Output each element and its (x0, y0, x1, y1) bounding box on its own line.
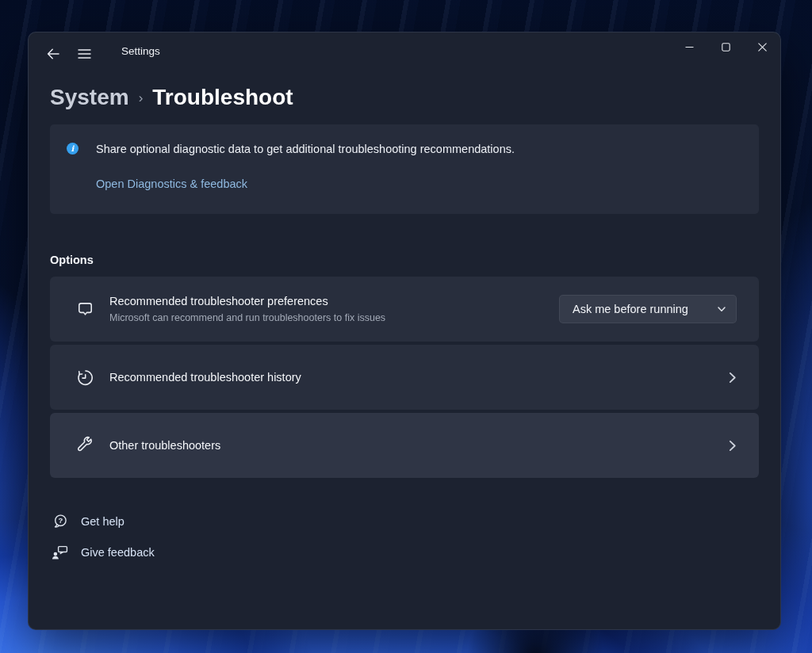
caption-buttons (671, 32, 780, 62)
hamburger-icon (78, 48, 91, 59)
close-button[interactable] (744, 32, 780, 62)
card-subtitle: Microsoft can recommend and run troubles… (109, 311, 385, 325)
chevron-right-icon (726, 440, 738, 452)
close-icon (758, 43, 767, 52)
card-troubleshooter-history[interactable]: Recommended troubleshooter history (50, 345, 759, 410)
get-help-icon: ? (50, 511, 71, 532)
history-icon (75, 367, 96, 388)
info-icon: i (67, 143, 79, 155)
nav-menu-button[interactable] (68, 40, 100, 67)
banner-message: Share optional diagnostic data to get ad… (96, 141, 515, 157)
feedback-bubble-icon (75, 300, 96, 319)
diagnostic-banner: i Share optional diagnostic data to get … (50, 124, 759, 214)
breadcrumb-system[interactable]: System (50, 85, 129, 110)
footer-links: ? Get help Give feedback (50, 513, 759, 561)
card-control (726, 440, 740, 452)
card-text: Other troubleshooters (109, 438, 220, 453)
card-title: Other troubleshooters (109, 438, 220, 453)
give-feedback-icon (50, 542, 71, 563)
card-text: Recommended troubleshooter history (109, 370, 301, 385)
preferences-dropdown[interactable]: Ask me before running (559, 295, 737, 323)
card-title: Recommended troubleshooter history (109, 370, 301, 385)
card-other-troubleshooters[interactable]: Other troubleshooters (50, 413, 759, 478)
get-help-label: Get help (81, 515, 124, 528)
maximize-button[interactable] (707, 32, 744, 62)
open-diagnostics-link[interactable]: Open Diagnostics & feedback (96, 178, 247, 190)
card-control: Ask me before running (559, 295, 740, 323)
breadcrumb-separator-icon: › (139, 90, 144, 106)
app-title: Settings (121, 32, 160, 71)
minimize-button[interactable] (671, 32, 707, 62)
get-help-link[interactable]: ? Get help (50, 513, 759, 530)
back-arrow-icon (46, 48, 59, 60)
breadcrumb: System › Troubleshoot (50, 80, 759, 115)
card-text: Recommended troubleshooter preferences M… (109, 294, 385, 325)
minimize-icon (685, 43, 694, 52)
wrench-icon (75, 436, 96, 456)
card-control (726, 372, 740, 384)
svg-text:?: ? (58, 516, 63, 525)
page-title: Troubleshoot (152, 85, 293, 110)
settings-window: Settings System › Tr (28, 32, 781, 630)
dropdown-value: Ask me before running (573, 303, 688, 315)
banner-body: Share optional diagnostic data to get ad… (96, 141, 515, 214)
maximize-icon (722, 43, 730, 52)
options-header: Options (50, 254, 759, 268)
titlebar: Settings (29, 32, 780, 71)
page-content: System › Troubleshoot i Share optional d… (29, 80, 780, 561)
card-troubleshooter-preferences: Recommended troubleshooter preferences M… (50, 277, 759, 342)
give-feedback-link[interactable]: Give feedback (50, 544, 759, 561)
card-title: Recommended troubleshooter preferences (109, 294, 385, 309)
back-button[interactable] (36, 40, 68, 67)
chevron-down-icon (717, 304, 726, 314)
titlebar-left: Settings (36, 32, 160, 71)
chevron-right-icon (726, 372, 738, 384)
give-feedback-label: Give feedback (81, 546, 155, 559)
